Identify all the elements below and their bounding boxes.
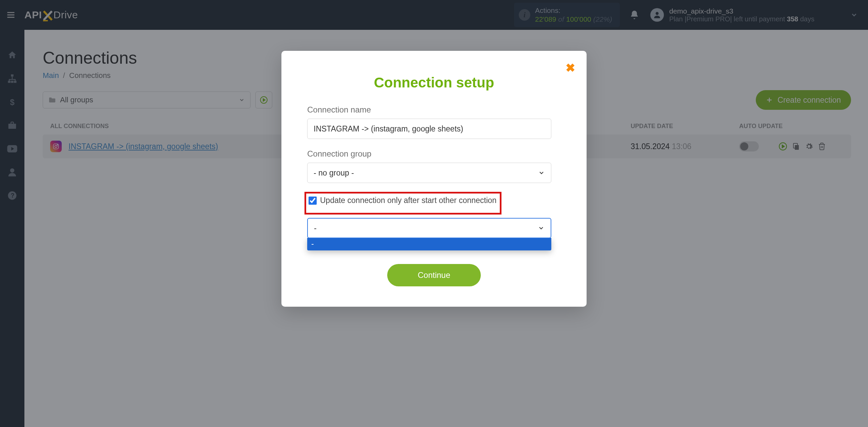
connection-setup-modal: ✖ Connection setup Connection name Conne… <box>281 51 587 307</box>
continue-button[interactable]: Continue <box>387 264 481 286</box>
connection-name-input[interactable] <box>307 119 551 139</box>
close-icon[interactable]: ✖ <box>566 61 575 75</box>
dropdown-panel[interactable]: - <box>307 238 551 250</box>
highlighted-checkbox: Update connection only after start other… <box>304 192 501 215</box>
chevron-down-icon <box>538 169 545 176</box>
update-after-checkbox[interactable] <box>309 197 317 205</box>
update-after-checkbox-row[interactable]: Update connection only after start other… <box>307 194 499 207</box>
dependent-connection-select[interactable]: - <box>307 218 551 238</box>
group-value: - no group - <box>314 168 354 178</box>
chevron-down-icon <box>538 225 545 231</box>
connection-group-select[interactable]: - no group - <box>307 163 551 183</box>
checkbox-label: Update connection only after start other… <box>320 196 496 205</box>
name-label: Connection name <box>307 105 561 115</box>
modal-title: Connection setup <box>307 75 561 91</box>
dropdown-option[interactable]: - <box>311 239 547 248</box>
group-label: Connection group <box>307 149 561 159</box>
dep-value: - <box>314 224 317 233</box>
